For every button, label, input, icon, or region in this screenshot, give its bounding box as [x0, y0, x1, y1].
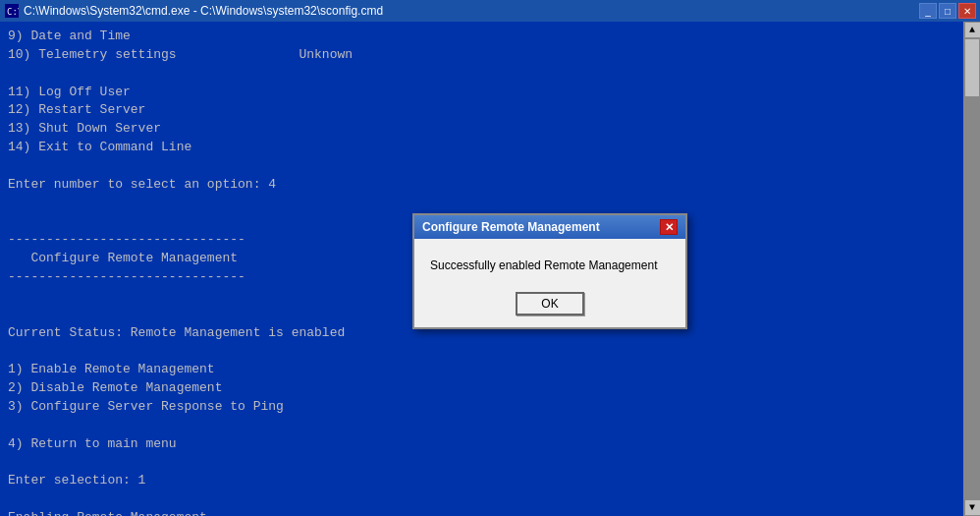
restore-button[interactable]: □	[939, 3, 956, 19]
minimize-button[interactable]: _	[919, 3, 937, 19]
cmd-icon: C:\	[4, 3, 20, 19]
title-bar-left: C:\ C:\Windows\System32\cmd.exe - C:\Win…	[4, 3, 383, 19]
svg-text:C:\: C:\	[7, 7, 19, 17]
dialog-overlay: Configure Remote Management ✕ Successful…	[0, 22, 980, 516]
title-bar-text: C:\Windows\System32\cmd.exe - C:\Windows…	[24, 4, 383, 18]
dialog-ok-button[interactable]: OK	[516, 292, 584, 315]
dialog-message: Successfully enabled Remote Management	[430, 258, 670, 272]
dialog-title: Configure Remote Management	[422, 220, 600, 234]
dialog-buttons: OK	[430, 292, 670, 315]
configure-remote-management-dialog: Configure Remote Management ✕ Successful…	[412, 213, 687, 329]
terminal: 9) Date and Time10) Telemetry settings U…	[0, 22, 980, 516]
dialog-title-bar: Configure Remote Management ✕	[414, 215, 685, 239]
title-bar: C:\ C:\Windows\System32\cmd.exe - C:\Win…	[0, 0, 980, 22]
dialog-body: Successfully enabled Remote Management O…	[414, 239, 685, 327]
close-button[interactable]: ✕	[958, 3, 976, 19]
dialog-close-button[interactable]: ✕	[660, 219, 678, 235]
title-bar-buttons: _ □ ✕	[919, 3, 976, 19]
